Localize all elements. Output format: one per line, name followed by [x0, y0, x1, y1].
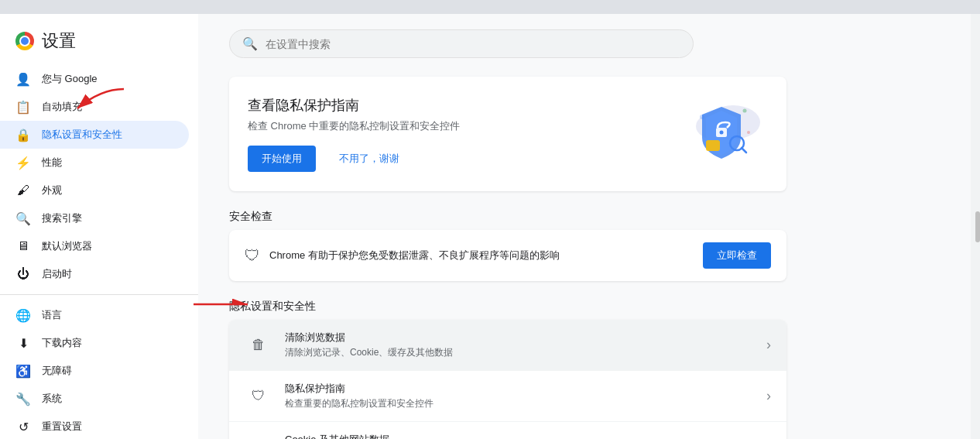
sidebar-item-search[interactable]: 🔍搜索引擎: [0, 204, 189, 232]
privacy-guide-chevron-icon: ›: [766, 388, 771, 404]
sidebar-label-search: 搜索引擎: [42, 211, 82, 225]
browser-bar: [0, 0, 980, 14]
sidebar-item-privacy[interactable]: 🔒隐私设置和安全性: [0, 121, 189, 149]
sidebar-title-row: 设置: [0, 20, 198, 65]
privacy-card-desc: 检查 Chrome 中重要的隐私控制设置和安全控件: [248, 119, 460, 133]
sidebar-item-autofill[interactable]: 📋自动填充: [0, 93, 189, 121]
search-icon: 🔍: [15, 211, 31, 226]
privacy-guide-text: 隐私保护指南检查重要的隐私控制设置和安全控件: [285, 382, 754, 410]
svg-point-3: [720, 131, 724, 135]
clear-browsing-text: 清除浏览数据清除浏览记录、Cookie、缓存及其他数据: [285, 331, 754, 359]
privacy-settings-section-title: 隐私设置和安全性: [229, 300, 940, 314]
google-icon: 👤: [15, 71, 31, 87]
sidebar-label-autofill: 自动填充: [42, 100, 82, 114]
sidebar-item-accessibility[interactable]: ♿无障碍: [0, 357, 189, 385]
settings-item-privacy-guide[interactable]: 🛡隐私保护指南检查重要的隐私控制设置和安全控件›: [229, 371, 786, 422]
privacy-guide-icon: 🛡: [245, 382, 272, 410]
clear-browsing-icon: 🗑: [245, 331, 272, 359]
clear-browsing-title: 清除浏览数据: [285, 331, 754, 345]
sidebar-label-google: 您与 Google: [42, 72, 98, 86]
sidebar-item-startup[interactable]: ⏻启动时: [0, 260, 189, 288]
svg-point-7: [700, 115, 704, 119]
shield-illustration: [675, 95, 768, 173]
sidebar-item-google[interactable]: 👤您与 Google: [0, 65, 189, 93]
performance-icon: ⚡: [15, 155, 31, 170]
start-button[interactable]: 开始使用: [248, 146, 316, 172]
privacy-guide-desc: 检查重要的隐私控制设置和安全控件: [285, 397, 754, 410]
clear-browsing-chevron-icon: ›: [766, 337, 771, 353]
sidebar-label-appearance: 外观: [42, 183, 62, 197]
sidebar-label-reset: 重置设置: [42, 420, 82, 434]
cookies-icon: 🍪: [245, 434, 272, 440]
sidebar-item-appearance[interactable]: 🖌外观: [0, 177, 189, 204]
sidebar-label-privacy: 隐私设置和安全性: [42, 128, 122, 142]
reset-icon: ↺: [15, 419, 31, 434]
autofill-icon: 📋: [15, 99, 31, 115]
skip-button[interactable]: 不用了，谢谢: [325, 146, 413, 172]
check-now-button[interactable]: 立即检查: [703, 242, 771, 269]
sidebar-label-accessibility: 无障碍: [42, 364, 72, 378]
sidebar-label-language: 语言: [42, 308, 62, 322]
sidebar-title-text: 设置: [42, 29, 76, 53]
clear-browsing-desc: 清除浏览记录、Cookie、缓存及其他数据: [285, 346, 754, 359]
search-icon: 🔍: [242, 36, 258, 51]
sidebar-nav: 👤您与 Google📋自动填充🔒隐私设置和安全性⚡性能🖌外观🔍搜索引擎🖥默认浏览…: [0, 65, 198, 439]
sidebar: 设置 👤您与 Google📋自动填充🔒隐私设置和安全性⚡性能🖌外观🔍搜索引擎🖥默…: [0, 14, 198, 439]
sidebar-label-performance: 性能: [42, 156, 62, 170]
scrollbar-area: [971, 14, 980, 439]
safety-check-section-title: 安全检查: [229, 210, 940, 224]
svg-line-6: [742, 148, 746, 153]
settings-item-clear-browsing[interactable]: 🗑清除浏览数据清除浏览记录、Cookie、缓存及其他数据›: [229, 320, 786, 371]
sidebar-item-reset[interactable]: ↺重置设置: [0, 413, 189, 439]
sidebar-item-language[interactable]: 🌐语言: [0, 301, 189, 329]
startup-icon: ⏻: [15, 266, 31, 282]
sidebar-item-performance[interactable]: ⚡性能: [0, 149, 189, 177]
cookies-title: Cookie 及其他网站数据: [285, 433, 754, 439]
privacy-card-title: 查看隐私保护指南: [248, 96, 460, 115]
sidebar-item-browser[interactable]: 🖥默认浏览器: [0, 232, 189, 260]
browser-icon: 🖥: [15, 238, 31, 254]
main-content: 🔍 查看隐私保护指南 检查 Chrome 中重要的隐私控制设置和安全控件 开始使…: [198, 14, 971, 439]
language-icon: 🌐: [15, 307, 31, 323]
search-input[interactable]: [266, 38, 680, 50]
scrollbar-thumb[interactable]: [975, 211, 980, 242]
appearance-icon: 🖌: [15, 183, 31, 198]
privacy-card-buttons: 开始使用 不用了，谢谢: [248, 146, 460, 172]
privacy-guide-card: 查看隐私保护指南 检查 Chrome 中重要的隐私控制设置和安全控件 开始使用 …: [229, 77, 786, 191]
svg-rect-4: [706, 140, 720, 151]
cookies-text: Cookie 及其他网站数据已阻止无痕模式下的第三方 Cookie: [285, 433, 754, 439]
downloads-icon: ⬇: [15, 335, 31, 351]
svg-point-9: [747, 131, 750, 134]
safety-check-card: 🛡 Chrome 有助于保护您免受数据泄露、不良扩展程序等问题的影响 立即检查: [229, 230, 786, 281]
sidebar-item-system[interactable]: 🔧系统: [0, 385, 189, 413]
privacy-icon: 🔒: [15, 127, 31, 142]
privacy-guide-title: 隐私保护指南: [285, 382, 754, 396]
svg-point-8: [743, 109, 747, 113]
accessibility-icon: ♿: [15, 363, 31, 379]
sidebar-label-system: 系统: [42, 392, 62, 406]
sidebar-label-startup: 启动时: [42, 267, 72, 281]
safety-check-shield-icon: 🛡: [245, 247, 260, 265]
sidebar-label-browser: 默认浏览器: [42, 239, 92, 253]
safety-check-desc: Chrome 有助于保护您免受数据泄露、不良扩展程序等问题的影响: [269, 249, 694, 262]
settings-list: 🗑清除浏览数据清除浏览记录、Cookie、缓存及其他数据›🛡隐私保护指南检查重要…: [229, 320, 786, 439]
search-bar[interactable]: 🔍: [229, 29, 694, 58]
chrome-logo-icon: [15, 32, 34, 50]
settings-item-cookies[interactable]: 🍪Cookie 及其他网站数据已阻止无痕模式下的第三方 Cookie›: [229, 422, 786, 439]
sidebar-label-downloads: 下载内容: [42, 336, 82, 350]
system-icon: 🔧: [15, 391, 31, 406]
sidebar-item-downloads[interactable]: ⬇下载内容: [0, 329, 189, 357]
privacy-card-content: 查看隐私保护指南 检查 Chrome 中重要的隐私控制设置和安全控件 开始使用 …: [248, 96, 460, 172]
